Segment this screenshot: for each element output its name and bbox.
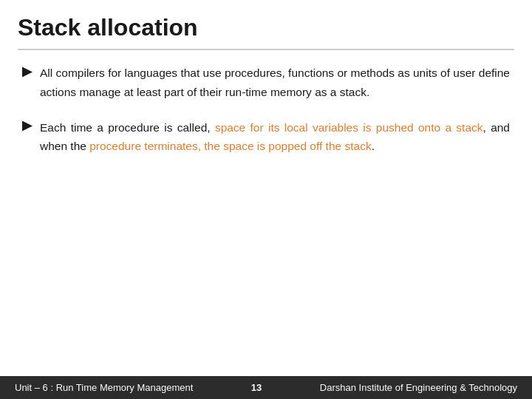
slide-title: Stack allocation [18, 13, 514, 41]
bullet-icon-2 [22, 121, 33, 132]
bullet-text-1: All compilers for languages that use pro… [40, 64, 510, 101]
footer-page: 13 [251, 382, 262, 393]
title-section: Stack allocation [18, 13, 514, 50]
slide-container: Stack allocation All compilers for langu… [0, 0, 532, 376]
bullet-item-1: All compilers for languages that use pro… [22, 64, 510, 101]
highlight-span-2: procedure terminates, the space is poppe… [89, 140, 371, 152]
highlight-span-1: space for its local variables is pushed … [215, 121, 483, 134]
bullet-text-2: Each time a procedure is called, space f… [40, 118, 510, 156]
bullet-item-2: Each time a procedure is called, space f… [22, 118, 510, 156]
footer: Unit – 6 : Run Time Memory Management 13… [0, 376, 532, 399]
bullet-icon-1 [22, 66, 33, 77]
footer-right: Darshan Institute of Engineering & Techn… [320, 382, 517, 393]
content-section: All compilers for languages that use pro… [18, 64, 514, 376]
footer-left: Unit – 6 : Run Time Memory Management [15, 382, 193, 393]
